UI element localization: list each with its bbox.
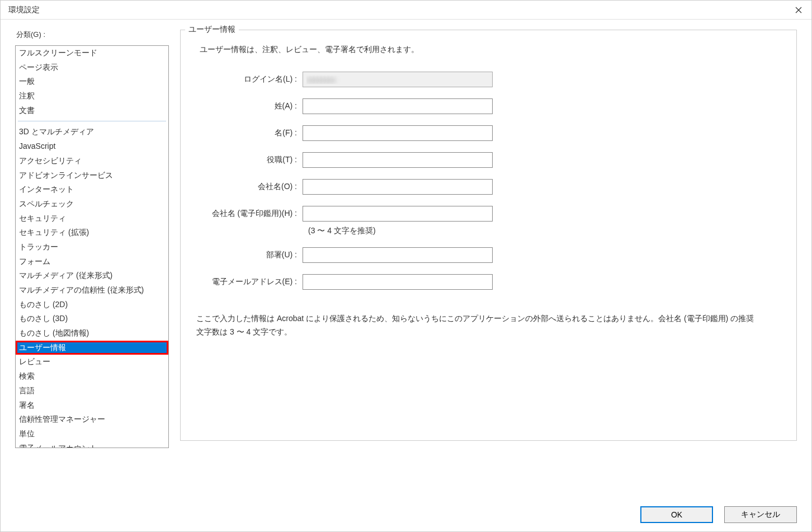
titlebar: 環境設定 xyxy=(1,1,811,20)
panel-description: ユーザー情報は、注釈、レビュー、電子署名で利用されます。 xyxy=(200,45,781,55)
fieldset-legend: ユーザー情報 xyxy=(185,25,239,35)
label-department: 部署(U) : xyxy=(196,250,303,260)
user-info-fieldset: ユーザー情報 ユーザー情報は、注釈、レビュー、電子署名で利用されます。 ログイン… xyxy=(180,30,797,441)
category-item[interactable]: 3D とマルチメディア xyxy=(16,125,168,139)
label-email: 電子メールアドレス(E) : xyxy=(196,277,303,287)
category-list[interactable]: フルスクリーンモードページ表示一般注釈文書3D とマルチメディアJavaScri… xyxy=(15,45,169,448)
company-seal-input[interactable] xyxy=(303,206,493,222)
category-item[interactable]: アドビオンラインサービス xyxy=(16,168,168,183)
lastname-input[interactable] xyxy=(303,98,493,114)
category-item[interactable]: セキュリティ xyxy=(16,211,168,226)
row-company-seal: 会社名 (電子印鑑用)(H) : xyxy=(196,206,781,222)
category-item[interactable]: 一般 xyxy=(16,74,168,89)
category-item[interactable]: レビュー xyxy=(16,355,168,369)
category-item[interactable]: ものさし (地図情報) xyxy=(16,326,168,341)
category-item[interactable]: 注釈 xyxy=(16,89,168,103)
email-input[interactable] xyxy=(303,274,493,290)
firstname-input[interactable] xyxy=(303,125,493,141)
category-item[interactable]: 単位 xyxy=(16,427,168,441)
category-item[interactable]: 言語 xyxy=(16,384,168,398)
category-item[interactable]: マルチメディアの信頼性 (従来形式) xyxy=(16,283,168,298)
row-lastname: 姓(A) : xyxy=(196,98,781,114)
login-input xyxy=(303,72,493,87)
dialog-footer: OK キャンセル xyxy=(1,498,811,531)
category-item[interactable]: フルスクリーンモード xyxy=(16,46,168,60)
label-login: ログイン名(L) : xyxy=(196,74,303,84)
category-item[interactable]: ものさし (2D) xyxy=(16,298,168,312)
category-item[interactable]: 検索 xyxy=(16,369,168,384)
ok-button[interactable]: OK xyxy=(640,506,713,523)
sidebar: 分類(G) : フルスクリーンモードページ表示一般注釈文書3D とマルチメディア… xyxy=(15,30,169,498)
category-item[interactable]: セキュリティ (拡張) xyxy=(16,225,168,240)
category-item[interactable]: ページ表示 xyxy=(16,60,168,75)
category-item[interactable]: ユーザー情報 xyxy=(16,341,168,355)
category-item[interactable]: アクセシビリティ xyxy=(16,154,168,168)
category-item[interactable]: 文書 xyxy=(16,103,168,118)
title-input[interactable] xyxy=(303,152,493,168)
category-divider xyxy=(18,121,166,121)
cancel-button[interactable]: キャンセル xyxy=(724,506,797,523)
category-item[interactable]: ものさし (3D) xyxy=(16,312,168,326)
close-button[interactable] xyxy=(786,1,811,20)
category-item[interactable]: JavaScript xyxy=(16,139,168,154)
category-item[interactable]: フォーム xyxy=(16,255,168,269)
row-company: 会社名(O) : xyxy=(196,179,781,195)
category-item[interactable]: マルチメディア (従来形式) xyxy=(16,269,168,283)
row-email: 電子メールアドレス(E) : xyxy=(196,274,781,290)
row-title: 役職(T) : xyxy=(196,152,781,168)
company-input[interactable] xyxy=(303,179,493,195)
category-item[interactable]: スペルチェック xyxy=(16,197,168,211)
category-item[interactable]: トラッカー xyxy=(16,240,168,255)
label-firstname: 名(F) : xyxy=(196,128,303,138)
panel-note: ここで入力した情報は Acrobat により保護されるため、知らないうちにこのア… xyxy=(196,312,781,339)
dialog-content: 分類(G) : フルスクリーンモードページ表示一般注釈文書3D とマルチメディア… xyxy=(1,20,811,498)
category-item[interactable]: インターネット xyxy=(16,182,168,197)
category-label: 分類(G) : xyxy=(15,30,169,40)
label-lastname: 姓(A) : xyxy=(196,101,303,111)
department-input[interactable] xyxy=(303,247,493,263)
label-company: 会社名(O) : xyxy=(196,182,303,192)
category-item[interactable]: 信頼性管理マネージャー xyxy=(16,412,168,427)
row-department: 部署(U) : xyxy=(196,247,781,263)
row-firstname: 名(F) : xyxy=(196,125,781,141)
close-icon xyxy=(795,7,802,13)
dialog-title: 環境設定 xyxy=(8,5,40,15)
main-panel: ユーザー情報 ユーザー情報は、注釈、レビュー、電子署名で利用されます。 ログイン… xyxy=(180,30,797,498)
label-title: 役職(T) : xyxy=(196,155,303,165)
category-item[interactable]: 署名 xyxy=(16,398,168,413)
company-seal-hint: (3 〜 4 文字を推奨) xyxy=(308,226,781,236)
label-company-seal: 会社名 (電子印鑑用)(H) : xyxy=(196,209,303,219)
row-login: ログイン名(L) : xyxy=(196,72,781,87)
preferences-dialog: 環境設定 分類(G) : フルスクリーンモードページ表示一般注釈文書3D とマル… xyxy=(0,0,812,532)
category-item[interactable]: 電子メールアカウント xyxy=(16,441,168,448)
